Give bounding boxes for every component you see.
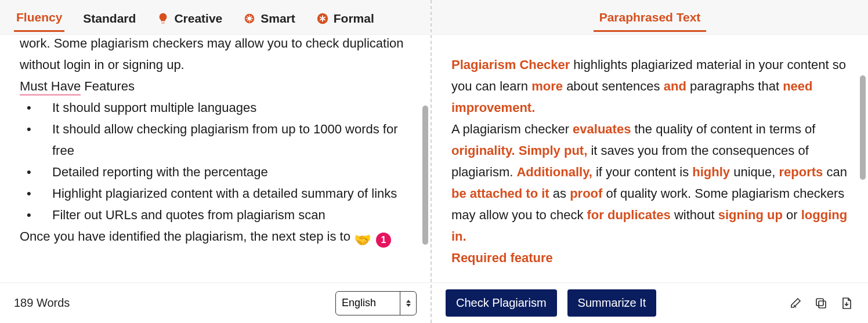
summarize-button[interactable]: Summarize It <box>567 289 657 317</box>
list-item: It should support multiple languages <box>20 97 411 119</box>
highlight-word[interactable]: for duplicates <box>587 208 674 222</box>
badge-count: 1 <box>376 233 391 248</box>
word-count: 189 Words <box>14 296 70 310</box>
scrollbar-thumb[interactable] <box>860 75 866 180</box>
plain-word: if your content is <box>596 165 692 179</box>
mode-tabs: Fluency Standard Creative Smart Formal <box>0 0 431 35</box>
stepper-arrows-icon <box>400 292 416 315</box>
handshake-icon: 🤝 <box>354 232 371 248</box>
highlight-word[interactable]: Additionally, <box>516 165 595 179</box>
tab-formal[interactable]: Formal <box>314 3 377 31</box>
plain-word: A plagiarism checker <box>451 122 573 136</box>
highlight-word[interactable]: reports <box>779 165 826 179</box>
input-scroll-area: attach the report with your content as s… <box>0 35 431 282</box>
tab-standard[interactable]: Standard <box>81 3 138 31</box>
heading-must-have: Must Have Features <box>20 76 411 97</box>
asterisk-icon <box>316 12 329 25</box>
plain-word: unique, <box>733 165 779 179</box>
highlight-word[interactable]: highly <box>692 165 733 179</box>
output-scroll-area: Plagiarism Checker highlights plagiarize… <box>432 35 868 282</box>
output-footer: Check Plagiarism Summarize It <box>432 282 868 323</box>
plain-word: the quality of content in terms of <box>635 122 816 136</box>
plain-word: as <box>553 186 570 201</box>
list-item: Highlight plagiarized content with a det… <box>20 183 411 205</box>
highlight-word[interactable]: evaluates <box>573 122 634 136</box>
tab-creative[interactable]: Creative <box>154 3 225 31</box>
language-select[interactable]: English <box>335 291 417 315</box>
plain-word: without <box>674 208 718 222</box>
tab-label: Creative <box>174 12 222 26</box>
highlight-word[interactable]: signing up <box>718 208 786 222</box>
paraphrased-text[interactable]: Plagiarism Checker highlights plagiarize… <box>432 55 868 269</box>
highlight-word[interactable]: Plagiarism Checker <box>451 57 573 72</box>
highlight-word[interactable]: be attached to it <box>451 186 553 201</box>
plain-word: about sentences <box>566 79 664 93</box>
feature-list: It should support multiple languages It … <box>20 97 411 226</box>
input-footer: 189 Words English <box>0 282 431 323</box>
paragraph: attach the report with your content as s… <box>20 35 411 76</box>
highlight-word[interactable]: proof <box>570 186 606 201</box>
input-pane: Fluency Standard Creative Smart Formal a… <box>0 0 432 323</box>
plain-word: paragraphs that <box>690 79 783 93</box>
list-item: Detailed reporting with the percentage <box>20 162 411 183</box>
output-pane: Paraphrased Text Plagiarism Checker high… <box>432 0 868 323</box>
highlight-word[interactable]: originality. Simply put, <box>451 143 591 158</box>
check-plagiarism-button[interactable]: Check Plagiarism <box>446 289 557 317</box>
underlined-text: Must Have <box>20 79 81 96</box>
list-item: Filter out URLs and quotes from plagiari… <box>20 205 411 226</box>
plain-word: can <box>826 165 847 179</box>
copy-icon[interactable] <box>813 296 829 311</box>
highlight-word[interactable]: more <box>531 79 566 93</box>
list-item: It should allow checking plagiarism from… <box>20 119 411 162</box>
input-text[interactable]: attach the report with your content as s… <box>0 35 431 247</box>
lightbulb-icon <box>157 12 169 25</box>
scrollbar-thumb[interactable] <box>422 106 428 245</box>
language-value: English <box>342 297 376 309</box>
tab-label: Standard <box>83 12 136 26</box>
gear-head-icon <box>243 12 256 25</box>
erase-icon[interactable] <box>788 296 803 311</box>
tab-paraphrased[interactable]: Paraphrased Text <box>594 2 707 32</box>
tab-smart[interactable]: Smart <box>241 3 298 31</box>
tab-fluency[interactable]: Fluency <box>14 2 64 32</box>
download-icon[interactable] <box>839 296 854 311</box>
highlight-word[interactable]: Required feature <box>451 251 553 265</box>
plain-word: or <box>786 208 801 222</box>
highlight-word[interactable]: and <box>664 79 690 93</box>
tab-label: Fluency <box>16 10 62 24</box>
output-tab-bar: Paraphrased Text <box>432 0 868 35</box>
svg-rect-3 <box>819 301 826 308</box>
suggestion-badge[interactable]: 🤝 1 <box>354 232 391 248</box>
tab-label: Formal <box>334 12 374 26</box>
paragraph: Once you have identified the plagiarism,… <box>20 226 411 248</box>
tab-label: Smart <box>261 12 295 26</box>
svg-point-1 <box>248 16 251 20</box>
svg-rect-4 <box>816 299 823 306</box>
